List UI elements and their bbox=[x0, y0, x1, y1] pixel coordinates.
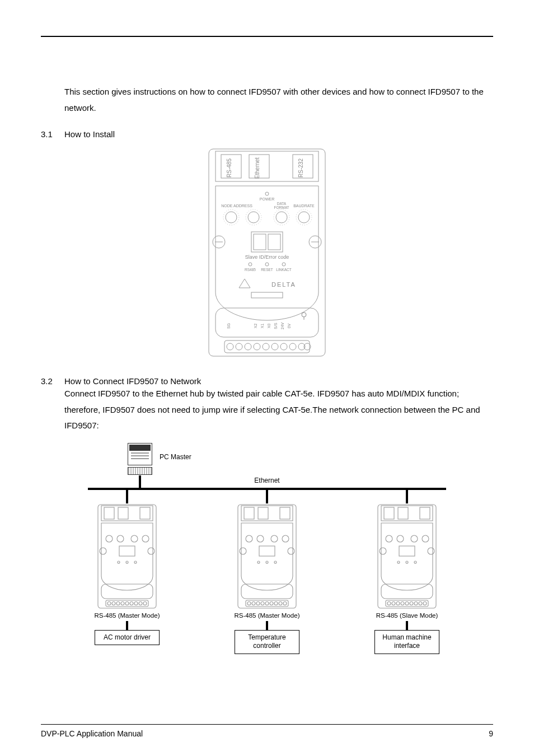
svg-text:RESET: RESET bbox=[261, 268, 273, 272]
svg-text:POWER: POWER bbox=[260, 197, 274, 201]
svg-point-23 bbox=[282, 263, 285, 266]
section-title: How to Connect IFD9507 to Network bbox=[64, 376, 201, 386]
unit-3: RS-485 (Slave Mode) Human machine interf… bbox=[368, 503, 446, 654]
svg-point-30 bbox=[254, 343, 260, 350]
svg-point-9 bbox=[298, 212, 310, 223]
section-title: How to Install bbox=[64, 129, 115, 139]
svg-point-54 bbox=[302, 312, 306, 317]
svg-text:BAUDRATE: BAUDRATE bbox=[293, 204, 315, 208]
svg-rect-15 bbox=[254, 234, 266, 250]
pc-icon bbox=[128, 443, 152, 475]
bottom-rule bbox=[41, 724, 493, 725]
svg-rect-14 bbox=[251, 232, 283, 252]
svg-text:24V: 24V bbox=[280, 322, 284, 329]
mode-label: RS-485 (Master Mode) bbox=[88, 612, 166, 619]
drop-2 bbox=[266, 488, 268, 503]
drop-3 bbox=[406, 488, 408, 503]
svg-text:RS485: RS485 bbox=[245, 268, 256, 272]
svg-text:SG: SG bbox=[227, 323, 231, 329]
ethernet-label: Ethernet bbox=[88, 477, 446, 484]
svg-rect-24 bbox=[251, 292, 283, 298]
intro-text: This section gives instructions on how t… bbox=[64, 84, 493, 116]
svg-point-34 bbox=[289, 343, 296, 350]
section-number: 3.2 bbox=[41, 376, 64, 386]
svg-text:X2: X2 bbox=[254, 324, 257, 329]
svg-point-27 bbox=[227, 343, 233, 350]
port-ethernet-label: Ethernet bbox=[254, 157, 260, 179]
port-rs232-label: RS-232 bbox=[298, 158, 304, 178]
figure-device: RS-485 Ethernet RS-232 POWER NODE ADDRES… bbox=[41, 147, 493, 360]
svg-text:X1: X1 bbox=[260, 324, 264, 329]
section-body: Connect IFD9507 to the Ethernet hub by t… bbox=[64, 386, 493, 434]
svg-point-33 bbox=[280, 343, 287, 350]
svg-point-28 bbox=[236, 343, 242, 350]
unit-2: RS-485 (Master Mode) Temperature control… bbox=[228, 503, 306, 654]
device-illustration: RS-485 Ethernet RS-232 POWER NODE ADDRES… bbox=[205, 147, 329, 360]
endpoint-box: AC motor driver bbox=[95, 630, 160, 646]
svg-rect-26 bbox=[224, 340, 310, 353]
svg-text:0V: 0V bbox=[287, 323, 291, 328]
mode-label: RS-485 (Master Mode) bbox=[228, 612, 306, 619]
section-3-1: 3.1 How to Install bbox=[41, 129, 493, 139]
svg-point-31 bbox=[263, 343, 269, 350]
mode-label: RS-485 (Slave Mode) bbox=[368, 612, 446, 619]
svg-point-22 bbox=[265, 263, 269, 266]
link-line bbox=[126, 621, 128, 630]
svg-text:DATA: DATA bbox=[277, 202, 287, 206]
svg-rect-16 bbox=[268, 234, 280, 250]
svg-point-6 bbox=[226, 212, 237, 223]
top-rule bbox=[41, 36, 493, 37]
endpoint-box: Temperature controller bbox=[235, 630, 299, 654]
unit-1: RS-485 (Master Mode) AC motor driver bbox=[88, 503, 166, 646]
section-3-2: 3.2 How to Connect IFD9507 to Network bbox=[41, 376, 493, 386]
drop-1 bbox=[126, 488, 128, 503]
svg-text:Slave  ID/Error  code: Slave ID/Error code bbox=[245, 254, 289, 260]
svg-text:FORMAT: FORMAT bbox=[274, 206, 289, 209]
svg-text:NODE  ADDRESS: NODE ADDRESS bbox=[221, 204, 252, 208]
svg-point-5 bbox=[265, 192, 269, 195]
page-number: 9 bbox=[489, 729, 493, 738]
svg-point-29 bbox=[245, 343, 251, 350]
svg-point-7 bbox=[248, 212, 259, 223]
mini-device-icon bbox=[93, 503, 161, 610]
svg-point-32 bbox=[271, 343, 278, 350]
svg-text:S/S: S/S bbox=[274, 323, 278, 329]
content-area: This section gives instructions on how t… bbox=[41, 84, 493, 673]
pc-master-label: PC Master bbox=[160, 453, 191, 461]
footer-title: DVP-PLC Application Manual bbox=[41, 729, 143, 738]
network-diagram: PC Master Ethernet RS-485 (Master Mode) … bbox=[88, 443, 446, 673]
section-number: 3.1 bbox=[41, 129, 64, 139]
port-rs485-label: RS-485 bbox=[226, 158, 232, 178]
svg-text:X0: X0 bbox=[267, 324, 271, 329]
svg-point-8 bbox=[276, 212, 287, 223]
svg-text:LINKACT: LINKACT bbox=[276, 268, 291, 272]
pc-feed-line bbox=[139, 475, 141, 488]
svg-text:DELTA: DELTA bbox=[271, 281, 296, 288]
svg-point-21 bbox=[249, 263, 252, 266]
endpoint-box: Human machine interface bbox=[374, 630, 439, 654]
